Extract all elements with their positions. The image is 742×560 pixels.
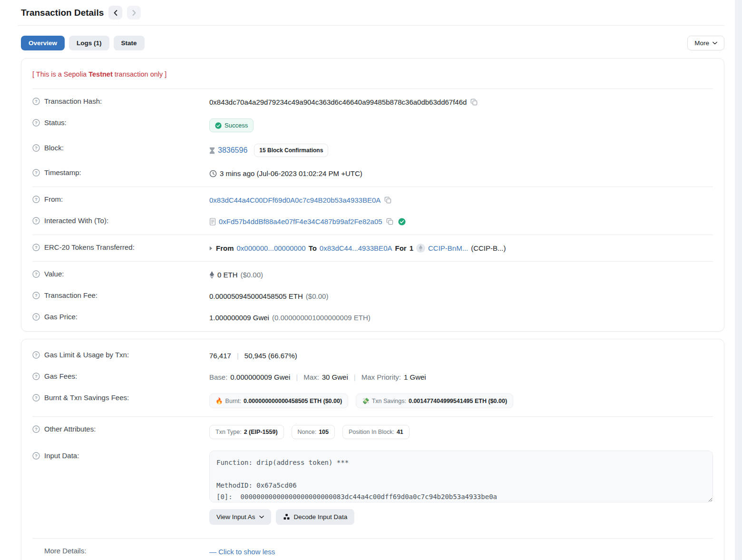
max-priority-fee-value: 1 Gwei [404,373,426,381]
transaction-hash-row: Transaction Hash: 0x843dc70a4a29d79234c4… [32,91,713,113]
divider [32,235,713,235]
status-badge: Success [209,118,254,132]
notice-bold: Testnet [88,70,113,78]
success-check-icon [215,122,222,129]
help-icon[interactable] [32,217,40,225]
header-divider [18,25,724,26]
view-input-as-button[interactable]: View Input As [209,509,271,525]
timestamp-value: 3 mins ago (Jul-06-2023 01:02:24 PM +UTC… [220,169,362,177]
help-icon[interactable] [32,119,40,127]
gas-price-row: Gas Price: 1.000000009 Gwei (0.000000001… [32,307,713,328]
chevron-right-icon [132,10,136,16]
help-icon[interactable] [32,313,40,321]
money-wings-icon: 💸 [362,397,370,404]
other-attributes-row: Other Attributes: Txn Type: 2 (EIP-1559)… [32,419,713,445]
max-fee-value: 30 Gwei [322,373,348,381]
timestamp-label: Timestamp: [44,168,81,177]
help-icon[interactable] [32,144,40,152]
tab-state[interactable]: State [114,36,145,50]
erc20-to-label: To [309,244,317,252]
tab-logs[interactable]: Logs (1) [69,36,109,50]
input-data-textarea[interactable]: Function: drip(address token) *** Method… [209,451,713,502]
timestamp-row: Timestamp: 3 mins ago (Jul-06-2023 01:02… [32,163,713,184]
value-usd: ($0.00) [241,271,264,279]
gas-fees-row: Gas Fees: Base: 0.000000009 Gwei | Max: … [32,366,713,388]
help-icon[interactable] [32,244,40,251]
tab-overview[interactable]: Overview [21,36,65,50]
transaction-details-page: Transaction Details Overview Logs (1) St… [0,0,735,560]
help-icon[interactable] [32,351,40,359]
page-header: Transaction Details [21,4,724,25]
decode-input-data-button[interactable]: Decode Input Data [276,509,355,525]
overview-card: [ This is a Sepolia Testnet transaction … [21,58,724,332]
divider [32,187,713,187]
gas-used-value: 50,945 (66.67%) [244,352,297,360]
max-priority-fee-label: Max Priority: [361,373,401,381]
chevron-left-icon [114,10,117,16]
separator: | [293,373,301,381]
show-less-link[interactable]: — Click to show less [209,548,275,556]
erc20-transferred-label: ERC-20 Tokens Transferred: [44,243,135,251]
help-icon[interactable] [32,270,40,278]
help-icon[interactable] [32,425,40,433]
notice-prefix: [ This is a Sepolia [32,70,88,78]
copy-icon [386,218,393,225]
from-address-link[interactable]: 0x83dC44a4C00DFf69d0A0c7c94B20b53a4933BE… [209,196,381,204]
erc20-from-address-link[interactable]: 0x000000...00000000 [237,244,306,252]
erc20-to-address-link[interactable]: 0x83dC44...4933BE0A [320,244,392,252]
to-address-link[interactable]: 0xFd57b4ddBf88a4e07fF4e34C487b99af2Fe82a… [219,217,382,226]
token-name-link[interactable]: CCIP-BnM... [428,244,468,252]
transaction-fee-eth: 0.000050945000458505 ETH [209,292,303,300]
help-icon[interactable] [32,196,40,203]
txn-savings-value: 0.001477404999541495 ETH ($0.00) [409,398,507,404]
txn-type-badge: Txn Type: 2 (EIP-1559) [209,425,284,439]
chevron-down-icon [259,515,264,519]
help-icon[interactable] [32,394,40,402]
decode-blocks-icon [283,513,290,521]
base-fee-label: Base: [209,373,227,381]
position-in-block-value: 41 [397,429,403,435]
input-data-row: Input Data: Function: drip(address token… [32,445,713,531]
interacted-with-row: Interacted With (To): 0xFd57b4ddBf88a4e0… [32,211,713,232]
help-icon[interactable] [32,452,40,460]
divider [32,261,713,262]
chevron-down-icon [713,41,717,45]
contract-icon [209,218,216,226]
block-label: Block: [44,144,64,152]
txn-savings-label: Txn Savings: [372,398,406,404]
copy-from-address-button[interactable] [383,196,392,205]
status-label: Status: [44,118,67,127]
input-data-label: Input Data: [44,452,79,460]
divider [32,416,713,417]
notice-suffix: transaction only ] [113,70,167,78]
gas-limit-usage-label: Gas Limit & Usage by Txn: [44,351,129,359]
divider [32,538,713,539]
value-row: Value: 0 ETH ($0.00) [32,264,713,285]
more-details-label: More Details: [44,547,86,555]
gas-price-label: Gas Price: [44,313,78,321]
page-title: Transaction Details [21,8,104,18]
nonce-label: Nonce: [298,429,317,435]
help-icon[interactable] [32,292,40,299]
previous-transaction-button[interactable] [108,6,122,20]
help-icon[interactable] [32,98,40,105]
more-dropdown-button[interactable]: More [687,36,724,50]
next-transaction-button[interactable] [127,6,141,20]
help-icon[interactable] [32,373,40,380]
erc20-from-label: From [216,244,234,252]
block-number-link[interactable]: 3836596 [218,146,247,155]
gas-limit-value: 76,417 [209,352,231,360]
copy-hash-button[interactable] [469,98,478,107]
hourglass-icon [209,147,215,154]
other-attributes-label: Other Attributes: [44,425,96,433]
block-row: Block: 3836596 15 Block Confirmations [32,138,713,163]
copy-icon [384,196,391,204]
caret-right-icon [209,246,213,251]
help-icon[interactable] [32,169,40,177]
more-button-label: More [694,39,709,47]
burnt-label: Burnt: [225,398,241,404]
copy-to-address-button[interactable] [385,217,394,226]
separator: | [234,352,242,360]
erc20-amount: 1 [410,244,413,252]
burnt-value: 0.000000000000458505 ETH ($0.00) [244,398,342,404]
